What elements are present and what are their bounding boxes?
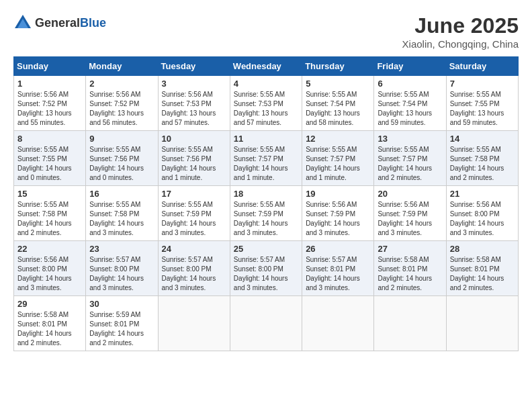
day-number: 21 xyxy=(450,189,515,199)
sunrise-label: Sunrise: 5:56 AM xyxy=(17,256,69,263)
daylight-label: Daylight: 14 hours and 2 minutes. xyxy=(450,165,504,181)
day-number: 27 xyxy=(378,244,442,254)
sunrise-label: Sunrise: 5:57 AM xyxy=(234,256,285,263)
sunrise-label: Sunrise: 5:57 AM xyxy=(89,256,140,263)
weekday-header: Friday xyxy=(374,57,446,76)
day-info: Sunrise: 5:59 AM Sunset: 8:01 PM Dayligh… xyxy=(89,310,154,348)
sunset-label: Sunset: 8:01 PM xyxy=(378,265,427,273)
daylight-label: Daylight: 14 hours and 3 minutes. xyxy=(162,220,216,236)
sunset-label: Sunset: 7:57 PM xyxy=(378,155,427,163)
day-number: 7 xyxy=(450,79,515,89)
daylight-label: Daylight: 13 hours and 58 minutes. xyxy=(306,109,360,126)
sunrise-label: Sunrise: 5:55 AM xyxy=(450,146,501,153)
sunset-label: Sunset: 8:01 PM xyxy=(450,265,500,273)
sunrise-label: Sunrise: 5:56 AM xyxy=(89,91,140,98)
calendar-day-cell: 5 Sunrise: 5:55 AM Sunset: 7:54 PM Dayli… xyxy=(302,76,374,131)
sunset-label: Sunset: 7:59 PM xyxy=(306,210,355,218)
daylight-label: Daylight: 14 hours and 1 minute. xyxy=(234,165,288,181)
sunrise-label: Sunrise: 5:55 AM xyxy=(162,146,213,153)
calendar-day-cell: 10 Sunrise: 5:55 AM Sunset: 7:56 PM Dayl… xyxy=(158,131,230,186)
daylight-label: Daylight: 14 hours and 0 minutes. xyxy=(17,165,72,181)
sunrise-label: Sunrise: 5:56 AM xyxy=(378,201,429,208)
sunset-label: Sunset: 7:59 PM xyxy=(378,210,427,218)
day-info: Sunrise: 5:55 AM Sunset: 7:53 PM Dayligh… xyxy=(234,90,298,128)
day-info: Sunrise: 5:57 AM Sunset: 8:01 PM Dayligh… xyxy=(306,255,370,293)
daylight-label: Daylight: 13 hours and 57 minutes. xyxy=(162,109,216,126)
sunrise-label: Sunrise: 5:55 AM xyxy=(17,201,69,208)
day-number: 25 xyxy=(234,244,298,254)
calendar-day-cell: 22 Sunrise: 5:56 AM Sunset: 8:00 PM Dayl… xyxy=(14,241,86,296)
month-title: June 2025 xyxy=(402,13,519,38)
calendar-day-cell: 29 Sunrise: 5:58 AM Sunset: 8:01 PM Dayl… xyxy=(14,296,86,351)
title-block: June 2025 Xiaolin, Chongqing, China xyxy=(402,13,519,50)
calendar-day-cell: 23 Sunrise: 5:57 AM Sunset: 8:00 PM Dayl… xyxy=(86,241,158,296)
day-number: 8 xyxy=(17,134,82,144)
sunrise-label: Sunrise: 5:55 AM xyxy=(306,91,357,98)
day-info: Sunrise: 5:55 AM Sunset: 7:58 PM Dayligh… xyxy=(450,145,515,183)
sunrise-label: Sunrise: 5:55 AM xyxy=(162,201,213,208)
calendar-day-cell: 28 Sunrise: 5:58 AM Sunset: 8:01 PM Dayl… xyxy=(446,241,518,296)
sunrise-label: Sunrise: 5:55 AM xyxy=(234,91,285,98)
calendar-day-cell: 17 Sunrise: 5:55 AM Sunset: 7:59 PM Dayl… xyxy=(158,186,230,241)
day-info: Sunrise: 5:55 AM Sunset: 7:55 PM Dayligh… xyxy=(17,145,82,183)
daylight-label: Daylight: 14 hours and 3 minutes. xyxy=(378,220,432,236)
day-info: Sunrise: 5:55 AM Sunset: 7:56 PM Dayligh… xyxy=(89,145,154,183)
weekday-header: Sunday xyxy=(14,57,86,76)
calendar-table: SundayMondayTuesdayWednesdayThursdayFrid… xyxy=(13,56,519,351)
sunset-label: Sunset: 8:00 PM xyxy=(234,265,283,273)
calendar-day-cell: 30 Sunrise: 5:59 AM Sunset: 8:01 PM Dayl… xyxy=(86,296,158,351)
daylight-label: Daylight: 14 hours and 3 minutes. xyxy=(234,275,288,291)
day-info: Sunrise: 5:58 AM Sunset: 8:01 PM Dayligh… xyxy=(378,255,442,293)
day-info: Sunrise: 5:56 AM Sunset: 7:52 PM Dayligh… xyxy=(89,90,154,128)
daylight-label: Daylight: 14 hours and 2 minutes. xyxy=(378,275,432,291)
sunrise-label: Sunrise: 5:55 AM xyxy=(450,91,501,98)
day-info: Sunrise: 5:56 AM Sunset: 7:59 PM Dayligh… xyxy=(378,200,442,238)
day-info: Sunrise: 5:55 AM Sunset: 7:59 PM Dayligh… xyxy=(162,200,226,238)
sunrise-label: Sunrise: 5:58 AM xyxy=(378,256,429,263)
day-info: Sunrise: 5:55 AM Sunset: 7:59 PM Dayligh… xyxy=(234,200,298,238)
calendar-week-row: 15 Sunrise: 5:55 AM Sunset: 7:58 PM Dayl… xyxy=(14,186,519,241)
daylight-label: Daylight: 14 hours and 3 minutes. xyxy=(450,220,504,236)
calendar-day-cell: 14 Sunrise: 5:55 AM Sunset: 7:58 PM Dayl… xyxy=(446,131,518,186)
weekday-header: Thursday xyxy=(302,57,374,76)
day-info: Sunrise: 5:56 AM Sunset: 7:52 PM Dayligh… xyxy=(17,90,82,128)
day-info: Sunrise: 5:55 AM Sunset: 7:55 PM Dayligh… xyxy=(450,90,515,128)
calendar-day-cell: 6 Sunrise: 5:55 AM Sunset: 7:54 PM Dayli… xyxy=(374,76,446,131)
daylight-label: Daylight: 14 hours and 2 minutes. xyxy=(378,165,432,181)
day-number: 12 xyxy=(306,134,370,144)
calendar-day-cell: 4 Sunrise: 5:55 AM Sunset: 7:53 PM Dayli… xyxy=(230,76,302,131)
sunrise-label: Sunrise: 5:56 AM xyxy=(450,201,501,208)
day-number: 10 xyxy=(162,134,226,144)
calendar-day-cell: 2 Sunrise: 5:56 AM Sunset: 7:52 PM Dayli… xyxy=(86,76,158,131)
day-info: Sunrise: 5:55 AM Sunset: 7:57 PM Dayligh… xyxy=(378,145,442,183)
weekday-header: Tuesday xyxy=(158,57,230,76)
day-number: 17 xyxy=(162,189,226,199)
day-number: 19 xyxy=(306,189,370,199)
daylight-label: Daylight: 14 hours and 3 minutes. xyxy=(306,220,360,236)
day-info: Sunrise: 5:55 AM Sunset: 7:56 PM Dayligh… xyxy=(162,145,226,183)
day-number: 3 xyxy=(162,79,226,89)
logo-text: GeneralBlue xyxy=(35,16,106,30)
sunrise-label: Sunrise: 5:56 AM xyxy=(162,91,213,98)
calendar-day-cell: 16 Sunrise: 5:55 AM Sunset: 7:58 PM Dayl… xyxy=(86,186,158,241)
calendar-week-row: 22 Sunrise: 5:56 AM Sunset: 8:00 PM Dayl… xyxy=(14,241,519,296)
calendar-day-cell: 21 Sunrise: 5:56 AM Sunset: 8:00 PM Dayl… xyxy=(446,186,518,241)
sunset-label: Sunset: 8:00 PM xyxy=(450,210,500,218)
daylight-label: Daylight: 14 hours and 2 minutes. xyxy=(450,275,504,291)
day-number: 20 xyxy=(378,189,442,199)
sunrise-label: Sunrise: 5:55 AM xyxy=(378,91,429,98)
calendar-day-cell: 27 Sunrise: 5:58 AM Sunset: 8:01 PM Dayl… xyxy=(374,241,446,296)
sunset-label: Sunset: 7:57 PM xyxy=(234,155,283,163)
daylight-label: Daylight: 14 hours and 1 minute. xyxy=(306,165,360,181)
sunset-label: Sunset: 7:53 PM xyxy=(234,100,283,107)
day-info: Sunrise: 5:55 AM Sunset: 7:58 PM Dayligh… xyxy=(89,200,154,238)
logo-icon xyxy=(13,13,32,32)
sunrise-label: Sunrise: 5:55 AM xyxy=(234,201,285,208)
calendar-day-cell: 8 Sunrise: 5:55 AM Sunset: 7:55 PM Dayli… xyxy=(14,131,86,186)
sunrise-label: Sunrise: 5:55 AM xyxy=(234,146,285,153)
sunset-label: Sunset: 7:56 PM xyxy=(162,155,212,163)
calendar-day-cell: 15 Sunrise: 5:55 AM Sunset: 7:58 PM Dayl… xyxy=(14,186,86,241)
sunset-label: Sunset: 7:59 PM xyxy=(234,210,283,218)
calendar-day-cell: 18 Sunrise: 5:55 AM Sunset: 7:59 PM Dayl… xyxy=(230,186,302,241)
sunset-label: Sunset: 8:00 PM xyxy=(89,265,139,273)
